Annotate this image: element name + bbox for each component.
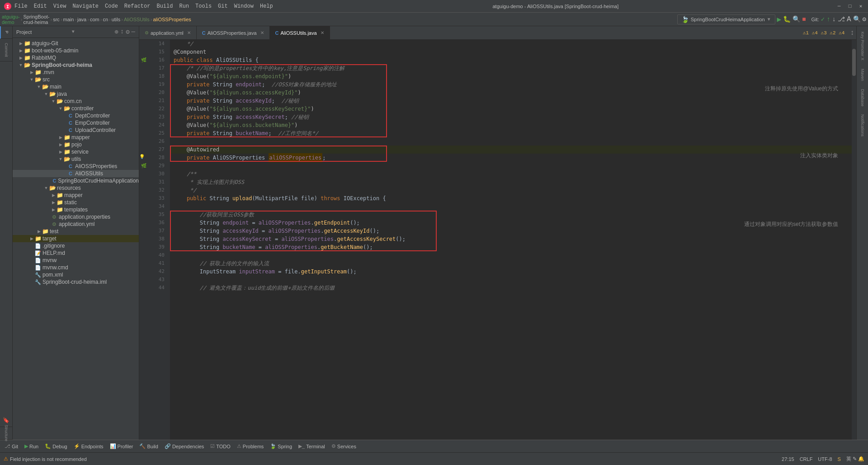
notifications-btn[interactable]: Notifications [859,111,866,140]
sidebar-action-settings[interactable]: ⚙ [126,28,129,36]
tree-item-rabbitmq[interactable]: ▶ 📁 RabbitMQ [13,54,139,61]
sidebar-action-add[interactable]: ⊕ [114,28,118,36]
minimize-button[interactable]: ─ [835,3,843,10]
menu-git[interactable]: Git [215,2,231,10]
tab-application-yml[interactable]: ⚙ application.yml ✕ [139,26,197,40]
tree-item-res-mapper[interactable]: ▶ 📁 mapper [13,192,139,199]
toolbar-endpoints[interactable]: ⚡ Endpoints [71,442,106,450]
tree-item-springbootapp[interactable]: C SpringBootCrudHeimaApplication [13,177,139,184]
toolbar-build[interactable]: 🔨 Build [137,442,160,450]
toolbar-profiler[interactable]: 📊 Profiler [107,442,136,450]
breadcrumb-class[interactable]: AliOSSUtils [124,17,150,22]
git-push[interactable]: ↑ [826,16,830,23]
tree-item-main[interactable]: ▼ 📂 main [13,83,139,90]
tree-item-boot-web[interactable]: ▶ 📁 boot-web-05-admin [13,47,139,54]
toolbar-dependencies[interactable]: 🔗 Dependencies [162,442,207,450]
search-icon[interactable]: 🔍 [853,15,861,23]
toolbar-services[interactable]: ⚙ Services [329,442,359,450]
git-branch[interactable]: ⎇ [838,15,845,23]
project-tool-btn[interactable]: P [0,26,13,39]
menu-run[interactable]: Run [176,2,192,10]
tree-item-src[interactable]: ▼ 📂 src [13,76,139,83]
git-pull[interactable]: ↓ [832,16,836,23]
tree-item-service[interactable]: ▶ 📁 service [13,148,139,155]
tree-item-app-prop[interactable]: ⚙ application.properties [13,213,139,221]
breadcrumb-src[interactable]: src [53,17,60,22]
breadcrumb-project[interactable]: atguigu-demo [2,14,20,25]
tree-item-aliossutils[interactable]: C AliOSSUtils [13,170,139,177]
commit-tool-btn[interactable]: Commit [0,39,13,61]
menu-window[interactable]: Window [231,2,256,10]
breadcrumb-method[interactable]: aliOSSProperties [153,17,191,22]
breadcrumb-com[interactable]: com [90,17,99,22]
tree-item-iml[interactable]: 🔧 SpringBoot-crud-heima.iml [13,278,139,286]
breadcrumb-cn[interactable]: cn [103,17,108,22]
tree-item-atguigu-git[interactable]: ▶ 📁 atguigu-Git [13,40,139,47]
close-button[interactable]: ✕ [857,3,864,10]
toolbar-debug[interactable]: 🐛 Debug [42,442,70,450]
tree-item-pom[interactable]: 🔧 pom.xml [13,271,139,278]
tree-item-pojo[interactable]: ▶ 📁 pojo [13,141,139,148]
tree-item-springboot-crud[interactable]: ▼ 📂 SpringBoot-crud-heima [13,61,139,69]
tree-item-utils[interactable]: ▼ 📂 utils [13,155,139,163]
breadcrumb-main[interactable]: main [63,17,74,22]
breadcrumb-module[interactable]: SpringBoot-crud-heima [23,14,49,25]
menu-refactor[interactable]: Refactor [122,2,153,10]
tree-item-empcontroller[interactable]: C EmpController [13,119,139,127]
run-button[interactable]: ▶ [777,15,782,24]
tree-item-comcn[interactable]: ▼ 📂 com.cn [13,98,139,105]
debug-button[interactable]: 🐛 [783,15,791,23]
tree-item-deptcontroller[interactable]: C DeptController [13,112,139,119]
tree-item-test[interactable]: ▶ 📁 test [13,228,139,235]
toolbar-git[interactable]: ⎇ Git [2,442,21,450]
sidebar-action-minimize[interactable]: — [132,28,135,36]
tree-item-target[interactable]: ▶ 📁 target [13,235,139,242]
toolbar-spring[interactable]: 🍃 Spring [267,442,295,450]
tree-item-mvn[interactable]: ▶ 📁 .mvn [13,69,139,76]
code-content[interactable]: */ @Component public class AliOSSUtils {… [170,40,856,440]
menu-file[interactable]: File [12,2,30,10]
expand-editor-button[interactable]: ↕ [848,29,856,37]
close-icon[interactable]: ✕ [187,30,191,35]
tree-item-controller[interactable]: ▼ 📂 controller [13,105,139,112]
menu-edit[interactable]: Edit [31,2,50,10]
tree-item-uploadcontroller[interactable]: C UploadController [13,127,139,134]
key-promoter-btn[interactable]: Key Promoter X [859,28,866,64]
translate-icon[interactable]: A [847,15,851,23]
tree-item-mapper[interactable]: ▶ 📁 mapper [13,134,139,141]
tree-item-resources[interactable]: ▼ 📂 resources [13,184,139,192]
git-checkmark[interactable]: ✓ [821,15,825,23]
toolbar-problems[interactable]: ⚠ Problems [234,442,266,450]
menu-help[interactable]: Help [257,2,276,10]
structure-tool-btn[interactable]: Structure [0,427,13,440]
coverage-button[interactable]: 🔍 [793,15,800,23]
database-btn[interactable]: Database [859,85,866,110]
tree-item-help[interactable]: 📝 HELP.md [13,249,139,257]
maven-btn[interactable]: Maven [859,65,866,85]
tree-item-mvnw[interactable]: 📄 mvnw [13,257,139,264]
close-icon[interactable]: ✕ [321,30,324,35]
stop-button[interactable]: ■ [802,16,806,23]
tree-item-java[interactable]: ▼ 📂 java [13,90,139,98]
maximize-button[interactable]: □ [846,3,854,10]
vertical-scrollbar[interactable] [852,40,856,440]
breadcrumb-utils[interactable]: utils [112,17,121,22]
close-icon[interactable]: ✕ [260,30,264,35]
menu-build[interactable]: Build [154,2,175,10]
tree-item-templates[interactable]: ▶ 📁 templates [13,206,139,213]
menu-code[interactable]: Code [102,2,121,10]
run-config[interactable]: 🍃 SpringBootCrudHeimaApplication ▼ [677,14,775,24]
toolbar-todo[interactable]: ☑ TODO [208,442,233,450]
tree-item-mvnw-cmd[interactable]: 📄 mvnw.cmd [13,264,139,271]
settings-icon[interactable]: ⚙ [863,15,866,23]
breadcrumb-java[interactable]: java [77,17,86,22]
menu-view[interactable]: View [51,2,69,10]
tree-item-aliossproperties[interactable]: C AliOSSProperties [13,163,139,170]
tree-item-gitignore[interactable]: 📄 .gitignore [13,242,139,249]
tree-item-static[interactable]: ▶ 📁 static [13,199,139,206]
menu-tools[interactable]: Tools [193,2,214,10]
tab-aliossutils[interactable]: C AliOSSUtils.java ✕ [270,26,330,40]
toolbar-run[interactable]: ▶ Run [22,442,41,450]
sidebar-action-sync[interactable]: ↕ [120,28,124,36]
tab-aliossproperties[interactable]: C AliOSSProperties.java ✕ [197,26,270,40]
